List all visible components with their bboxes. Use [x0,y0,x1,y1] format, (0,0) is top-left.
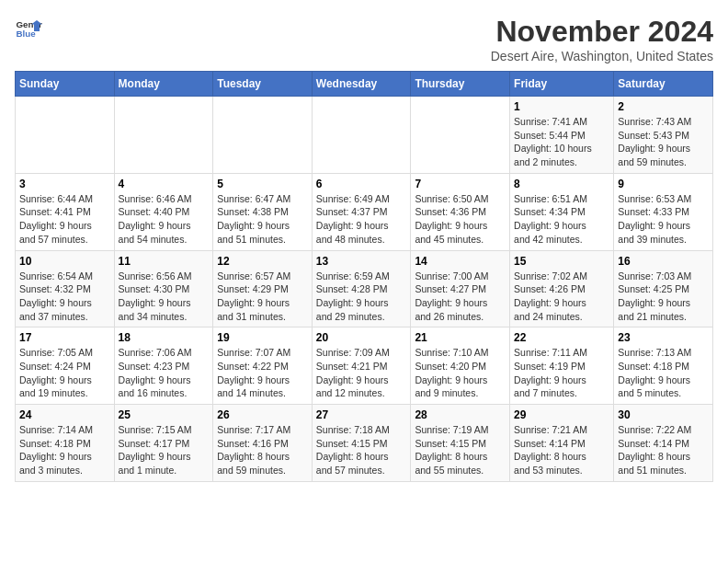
day-cell: 26Sunrise: 7:17 AM Sunset: 4:16 PM Dayli… [213,405,313,482]
day-number: 19 [217,331,308,344]
day-cell: 4Sunrise: 6:46 AM Sunset: 4:40 PM Daylig… [114,173,213,250]
logo: General Blue [15,15,42,42]
day-detail: Sunrise: 6:50 AM Sunset: 4:36 PM Dayligh… [415,192,506,247]
day-cell: 30Sunrise: 7:22 AM Sunset: 4:14 PM Dayli… [614,405,713,482]
day-cell: 29Sunrise: 7:21 AM Sunset: 4:14 PM Dayli… [510,405,614,482]
day-number: 30 [618,408,709,421]
col-header-sunday: Sunday [16,72,115,97]
day-number: 28 [415,408,506,421]
day-number: 22 [514,331,609,344]
day-detail: Sunrise: 6:57 AM Sunset: 4:29 PM Dayligh… [217,270,308,324]
day-number: 8 [514,178,609,190]
day-number: 10 [19,255,110,268]
day-cell: 20Sunrise: 7:09 AM Sunset: 4:21 PM Dayli… [312,327,411,405]
day-number: 17 [19,331,110,344]
week-row-5: 24Sunrise: 7:14 AM Sunset: 4:18 PM Dayli… [16,405,713,482]
day-number: 6 [316,178,407,190]
day-detail: Sunrise: 7:07 AM Sunset: 4:22 PM Dayligh… [217,346,308,400]
day-cell: 10Sunrise: 6:54 AM Sunset: 4:32 PM Dayli… [16,250,115,327]
day-cell: 8Sunrise: 6:51 AM Sunset: 4:34 PM Daylig… [510,173,614,250]
day-number: 1 [514,100,609,113]
day-cell [114,97,213,174]
day-number: 26 [217,408,308,421]
day-number: 14 [415,255,506,268]
day-detail: Sunrise: 7:13 AM Sunset: 4:18 PM Dayligh… [618,346,709,400]
day-cell: 12Sunrise: 6:57 AM Sunset: 4:29 PM Dayli… [213,250,313,327]
day-detail: Sunrise: 7:41 AM Sunset: 5:44 PM Dayligh… [514,115,609,169]
day-detail: Sunrise: 7:03 AM Sunset: 4:25 PM Dayligh… [618,270,709,324]
day-detail: Sunrise: 6:46 AM Sunset: 4:40 PM Dayligh… [119,192,210,247]
day-cell: 6Sunrise: 6:49 AM Sunset: 4:37 PM Daylig… [312,173,411,250]
day-detail: Sunrise: 7:43 AM Sunset: 5:43 PM Dayligh… [618,115,709,169]
title-area: November 2024 Desert Aire, Washington, U… [491,15,713,63]
day-detail: Sunrise: 7:15 AM Sunset: 4:17 PM Dayligh… [119,423,210,477]
day-number: 7 [415,178,506,190]
day-cell [213,97,313,174]
calendar-header-row: SundayMondayTuesdayWednesdayThursdayFrid… [16,72,713,97]
calendar-table: SundayMondayTuesdayWednesdayThursdayFrid… [15,71,713,482]
day-cell: 28Sunrise: 7:19 AM Sunset: 4:15 PM Dayli… [411,405,510,482]
subtitle: Desert Aire, Washington, United States [491,49,713,63]
day-cell: 5Sunrise: 6:47 AM Sunset: 4:38 PM Daylig… [213,173,313,250]
svg-text:Blue: Blue [17,29,37,39]
day-number: 21 [415,331,506,344]
day-number: 5 [217,178,308,190]
day-detail: Sunrise: 7:06 AM Sunset: 4:23 PM Dayligh… [119,346,210,400]
col-header-tuesday: Tuesday [213,72,313,97]
col-header-wednesday: Wednesday [312,72,411,97]
day-cell: 15Sunrise: 7:02 AM Sunset: 4:26 PM Dayli… [510,250,614,327]
day-cell: 19Sunrise: 7:07 AM Sunset: 4:22 PM Dayli… [213,327,313,405]
day-cell: 11Sunrise: 6:56 AM Sunset: 4:30 PM Dayli… [114,250,213,327]
day-cell: 17Sunrise: 7:05 AM Sunset: 4:24 PM Dayli… [16,327,115,405]
day-cell: 14Sunrise: 7:00 AM Sunset: 4:27 PM Dayli… [411,250,510,327]
day-cell: 18Sunrise: 7:06 AM Sunset: 4:23 PM Dayli… [114,327,213,405]
day-detail: Sunrise: 7:00 AM Sunset: 4:27 PM Dayligh… [415,270,506,324]
day-cell: 24Sunrise: 7:14 AM Sunset: 4:18 PM Dayli… [16,405,115,482]
day-number: 16 [618,255,709,268]
day-number: 24 [19,408,110,421]
day-detail: Sunrise: 7:21 AM Sunset: 4:14 PM Dayligh… [514,423,609,477]
day-cell: 25Sunrise: 7:15 AM Sunset: 4:17 PM Dayli… [114,405,213,482]
day-detail: Sunrise: 6:54 AM Sunset: 4:32 PM Dayligh… [19,270,110,324]
day-number: 27 [316,408,407,421]
day-detail: Sunrise: 7:17 AM Sunset: 4:16 PM Dayligh… [217,423,308,477]
week-row-1: 1Sunrise: 7:41 AM Sunset: 5:44 PM Daylig… [16,97,713,174]
day-number: 9 [618,178,709,190]
day-detail: Sunrise: 6:49 AM Sunset: 4:37 PM Dayligh… [316,192,407,247]
day-number: 12 [217,255,308,268]
day-detail: Sunrise: 7:09 AM Sunset: 4:21 PM Dayligh… [316,346,407,400]
col-header-thursday: Thursday [411,72,510,97]
day-detail: Sunrise: 7:02 AM Sunset: 4:26 PM Dayligh… [514,270,609,324]
day-cell: 23Sunrise: 7:13 AM Sunset: 4:18 PM Dayli… [614,327,713,405]
day-detail: Sunrise: 7:22 AM Sunset: 4:14 PM Dayligh… [618,423,709,477]
week-row-4: 17Sunrise: 7:05 AM Sunset: 4:24 PM Dayli… [16,327,713,405]
day-number: 4 [119,178,210,190]
day-cell: 21Sunrise: 7:10 AM Sunset: 4:20 PM Dayli… [411,327,510,405]
day-detail: Sunrise: 7:11 AM Sunset: 4:19 PM Dayligh… [514,346,609,400]
day-cell: 13Sunrise: 6:59 AM Sunset: 4:28 PM Dayli… [312,250,411,327]
col-header-friday: Friday [510,72,614,97]
day-number: 3 [19,178,110,190]
day-cell: 2Sunrise: 7:43 AM Sunset: 5:43 PM Daylig… [614,97,713,174]
day-detail: Sunrise: 6:44 AM Sunset: 4:41 PM Dayligh… [19,192,110,247]
day-detail: Sunrise: 7:19 AM Sunset: 4:15 PM Dayligh… [415,423,506,477]
day-number: 25 [119,408,210,421]
day-detail: Sunrise: 7:14 AM Sunset: 4:18 PM Dayligh… [19,423,110,477]
day-cell: 27Sunrise: 7:18 AM Sunset: 4:15 PM Dayli… [312,405,411,482]
day-cell [312,97,411,174]
day-detail: Sunrise: 7:05 AM Sunset: 4:24 PM Dayligh… [19,346,110,400]
day-cell: 22Sunrise: 7:11 AM Sunset: 4:19 PM Dayli… [510,327,614,405]
week-row-3: 10Sunrise: 6:54 AM Sunset: 4:32 PM Dayli… [16,250,713,327]
day-detail: Sunrise: 6:47 AM Sunset: 4:38 PM Dayligh… [217,192,308,247]
col-header-monday: Monday [114,72,213,97]
day-cell: 1Sunrise: 7:41 AM Sunset: 5:44 PM Daylig… [510,97,614,174]
day-number: 2 [618,100,709,113]
day-detail: Sunrise: 7:18 AM Sunset: 4:15 PM Dayligh… [316,423,407,477]
week-row-2: 3Sunrise: 6:44 AM Sunset: 4:41 PM Daylig… [16,173,713,250]
col-header-saturday: Saturday [614,72,713,97]
day-cell [16,97,115,174]
day-number: 29 [514,408,609,421]
day-cell: 7Sunrise: 6:50 AM Sunset: 4:36 PM Daylig… [411,173,510,250]
day-cell: 3Sunrise: 6:44 AM Sunset: 4:41 PM Daylig… [16,173,115,250]
day-number: 11 [119,255,210,268]
